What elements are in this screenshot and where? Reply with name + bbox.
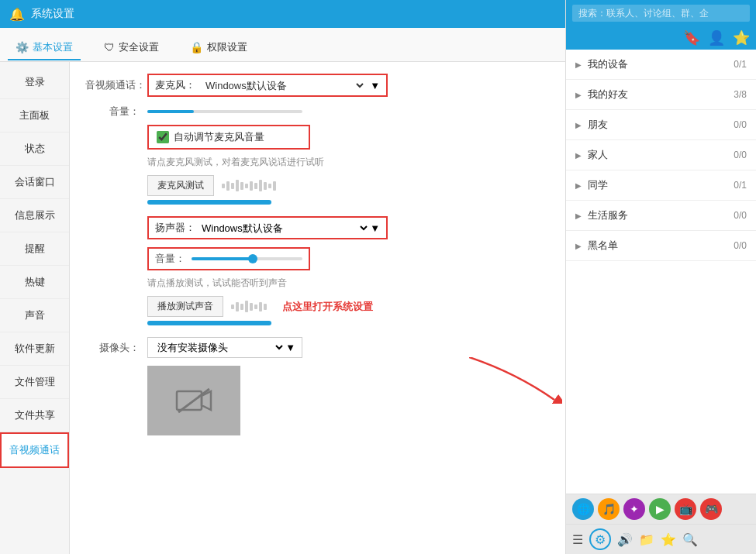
group-my-devices: ▶ 我的设备 0/1 — [566, 50, 756, 80]
group-life-services: ▶ 生活服务 0/0 — [566, 201, 756, 231]
group-my-friends-header[interactable]: ▶ 我的好友 3/8 — [566, 80, 756, 109]
system-icons-row: ☰ ⚙ 🔊 📁 ⭐ 🔍 — [566, 524, 756, 554]
speaker-row: 扬声器： Windows默认设备 ▼ — [85, 216, 550, 239]
app-icon-play[interactable]: ▶ — [649, 498, 671, 520]
chevron-right-icon-7: ▶ — [575, 242, 582, 250]
contact-icon[interactable]: 👤 — [708, 29, 725, 46]
search-sys-icon[interactable]: 🔍 — [682, 532, 698, 547]
chevron-right-icon-4: ▶ — [575, 151, 582, 160]
speaker-sublabel: 扬声器： — [155, 221, 195, 235]
sp-wave-bar-5 — [250, 303, 253, 311]
sidebar-item-login[interactable]: 登录 — [0, 66, 69, 99]
sidebar-item-file-management[interactable]: 文件管理 — [0, 366, 69, 399]
app-icon-browser[interactable]: 🌐 — [572, 498, 594, 520]
menu-icon[interactable]: ☰ — [572, 532, 583, 547]
camera-select[interactable]: 没有安装摄像头 — [154, 341, 285, 354]
bell-icon: 🔔 — [9, 7, 25, 22]
speaker-slider-track[interactable] — [192, 257, 302, 260]
group-classmates-header[interactable]: ▶ 同学 0/1 — [566, 170, 756, 200]
speaker-select[interactable]: Windows默认设备 — [198, 222, 370, 235]
wave-bar-9 — [259, 180, 262, 191]
lock-icon: 🔒 — [190, 41, 203, 53]
search-input[interactable] — [572, 5, 750, 22]
sidebar-item-hotkeys[interactable]: 热键 — [0, 266, 69, 299]
speaker-slider-thumb[interactable] — [248, 254, 257, 263]
sp-wave-bar-6 — [254, 305, 257, 309]
svg-line-0 — [178, 389, 209, 412]
wave-bar-4 — [236, 180, 239, 191]
play-icon: ▶ — [656, 503, 665, 515]
sidebar-item-chat-window[interactable]: 会话窗口 — [0, 166, 69, 199]
sidebar-item-reminder[interactable]: 提醒 — [0, 232, 69, 266]
group-family-count: 0/0 — [734, 150, 747, 160]
bookmark-icon[interactable]: 🔖 — [683, 29, 700, 46]
shield-icon: 🛡 — [104, 41, 115, 53]
settings-content: 音视频通话： 麦克风： Windows默认设备 ▼ 音量： — [70, 62, 565, 554]
auto-adjust-row[interactable]: 自动调节麦克风音量 — [147, 125, 310, 150]
mic-hint: 请点麦克风测试，对着麦克风说话进行试听 — [147, 156, 550, 169]
chevron-right-icon-6: ▶ — [575, 212, 582, 220]
speaker-section: 扬声器： Windows默认设备 ▼ 音量： 请点播放测试，试试能否听到声音 — [85, 216, 550, 325]
group-family-header[interactable]: ▶ 家人 0/0 — [566, 140, 756, 170]
group-friends: ▶ 朋友 0/0 — [566, 110, 756, 140]
sidebar-item-av-call[interactable]: 音视频通话 — [0, 432, 69, 468]
camera-label: 摄像头： — [85, 341, 140, 355]
chevron-right-icon-2: ▶ — [575, 91, 582, 99]
chevron-right-icon: ▶ — [575, 60, 582, 69]
app-icon-music[interactable]: 🎵 — [598, 498, 620, 520]
group-life-services-label: 生活服务 — [588, 208, 628, 222]
tab-permissions[interactable]: 🔒 权限设置 — [182, 36, 255, 60]
mic-sublabel: 麦克风： — [155, 78, 195, 92]
camera-dropdown[interactable]: 没有安装摄像头 ▼ — [147, 337, 302, 358]
sidebar-item-file-sharing[interactable]: 文件共享 — [0, 399, 69, 432]
tab-security[interactable]: 🛡 安全设置 — [96, 36, 167, 60]
group-classmates-count: 0/1 — [734, 180, 747, 191]
mic-test-row: 麦克风测试 — [147, 175, 550, 196]
star-toolbar-icon[interactable]: ⭐ — [733, 29, 750, 46]
group-life-services-header[interactable]: ▶ 生活服务 0/0 — [566, 201, 756, 230]
settings-gear-icon[interactable]: ⚙ — [589, 528, 611, 550]
group-blacklist-label: 黑名单 — [588, 239, 618, 253]
mic-test-button[interactable]: 麦克风测试 — [147, 175, 214, 196]
mic-dropdown-box[interactable]: 麦克风： Windows默认设备 ▼ — [147, 74, 388, 97]
sidebar-item-software-update[interactable]: 软件更新 — [0, 332, 69, 366]
tv-icon: 📺 — [679, 503, 692, 515]
auto-adjust-checkbox[interactable] — [157, 131, 169, 143]
group-my-devices-header[interactable]: ▶ 我的设备 0/1 — [566, 50, 756, 79]
sidebar-item-info-display[interactable]: 信息展示 — [0, 199, 69, 232]
sparkle-icon: ✦ — [630, 503, 639, 515]
group-classmates: ▶ 同学 0/1 — [566, 170, 756, 201]
group-family: ▶ 家人 0/0 — [566, 140, 756, 170]
app-icon-star[interactable]: ✦ — [623, 498, 645, 520]
sidebar-item-status[interactable]: 状态 — [0, 132, 69, 166]
tab-basic-label: 基本设置 — [33, 40, 73, 54]
group-friends-header[interactable]: ▶ 朋友 0/0 — [566, 110, 756, 139]
tab-permissions-label: 权限设置 — [207, 40, 247, 54]
app-icon-game[interactable]: 🎮 — [700, 498, 722, 520]
sp-wave-bar-7 — [259, 302, 262, 311]
wave-bar-7 — [250, 181, 253, 191]
group-friends-label: 朋友 — [588, 118, 608, 132]
group-blacklist-header[interactable]: ▶ 黑名单 0/0 — [566, 231, 756, 260]
contact-toolbar: 🔖 👤 ⭐ — [566, 26, 756, 50]
no-camera-icon — [174, 385, 213, 416]
volume-icon[interactable]: 🔊 — [617, 532, 633, 547]
title-bar: 🔔 系统设置 — [0, 0, 565, 28]
mic-volume-bar[interactable] — [147, 110, 302, 113]
tab-basic[interactable]: ⚙️ 基本设置 — [8, 36, 81, 60]
sidebar-item-dashboard[interactable]: 主面板 — [0, 99, 69, 132]
mic-volume-row: 音量： — [85, 105, 550, 119]
speaker-dropdown-box[interactable]: 扬声器： Windows默认设备 ▼ — [147, 216, 388, 239]
mic-section: 音视频通话： 麦克风： Windows默认设备 ▼ 音量： — [85, 74, 550, 205]
bookmark-sys-icon[interactable]: ⭐ — [661, 532, 676, 547]
folder-icon[interactable]: 📁 — [639, 532, 654, 547]
group-family-label: 家人 — [588, 148, 608, 162]
mic-row: 音视频通话： 麦克风： Windows默认设备 ▼ — [85, 74, 550, 97]
sidebar-item-sound[interactable]: 声音 — [0, 299, 69, 332]
speaker-volume-row[interactable]: 音量： — [147, 247, 310, 270]
app-icon-tv[interactable]: 📺 — [675, 498, 696, 520]
group-my-devices-count: 0/1 — [734, 59, 747, 70]
mic-select[interactable]: Windows默认设备 — [202, 79, 366, 92]
sidebar-nav: 登录 主面板 状态 会话窗口 信息展示 提醒 热键 声音 — [0, 62, 70, 554]
speaker-test-button[interactable]: 播放测试声音 — [147, 296, 223, 317]
